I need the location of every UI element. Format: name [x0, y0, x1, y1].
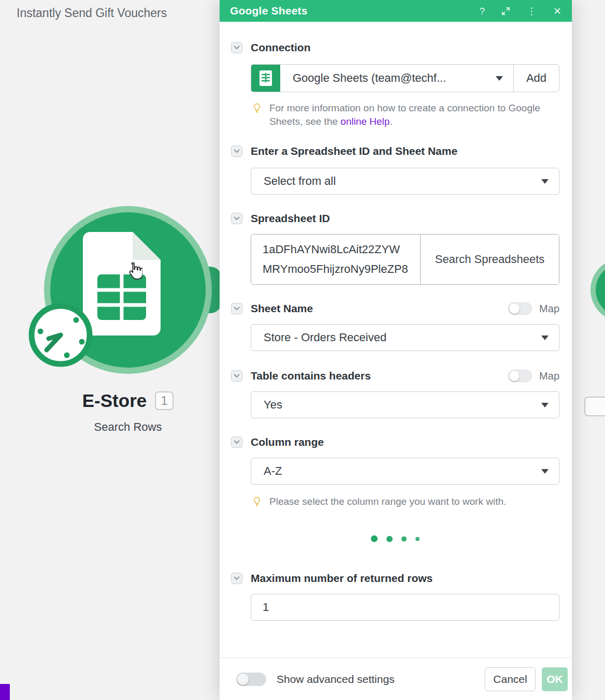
close-icon[interactable]: ✕ [553, 6, 561, 16]
connection-label: Connection [251, 41, 311, 54]
next-module-partial[interactable] [590, 258, 605, 322]
add-connection-button[interactable]: Add [513, 65, 559, 92]
panel-body: Connection Google Sheets (team@techf... … [220, 22, 572, 658]
table-headers-label: Table contains headers [251, 370, 371, 382]
advanced-settings-toggle[interactable] [236, 673, 266, 686]
sheet-name-map-toggle[interactable] [508, 302, 532, 315]
module-count-badge: 1 [155, 391, 174, 410]
column-range-hint-text: Please select the column range you want … [269, 495, 506, 511]
ok-button[interactable]: OK [542, 667, 568, 691]
panel-footer: Show advanced settings Cancel OK [220, 658, 572, 700]
loading-dot [371, 535, 378, 542]
spreadsheet-mode-selected-value: Select from all [264, 174, 336, 188]
scenario-title: Instantly Send Gift Vouchers [17, 6, 167, 20]
module-name: E-Store [82, 390, 147, 411]
table-headers-select[interactable]: Yes [251, 391, 559, 418]
chevron-down-icon [541, 179, 549, 184]
module-settings-panel: Google Sheets ? ⋮ ✕ Connection [220, 0, 572, 700]
module-caption: E-Store 1 [34, 390, 222, 411]
connection-group: Google Sheets (team@techf... Add [251, 64, 559, 92]
connection-selected-value: Google Sheets (team@techf... [293, 71, 446, 85]
max-rows-label: Maximum number of returned rows [251, 572, 433, 585]
max-rows-input[interactable] [251, 594, 559, 621]
map-label: Map [539, 370, 559, 382]
connection-hint-text: For more information on how to create a … [269, 101, 555, 128]
spreadsheet-id-label: Spreadsheet ID [251, 212, 330, 225]
sheet-name-select[interactable]: Store - Orders Received [251, 324, 559, 351]
search-spreadsheets-button[interactable]: Search Spreadsheets [420, 235, 559, 284]
spreadsheet-id-group: 1aDFhAYNwi8LcAit22ZYWMRYmoo5FhijzroNy9Pl… [251, 234, 559, 285]
chevron-down-icon [496, 76, 503, 81]
more-icon[interactable]: ⋮ [527, 6, 537, 16]
column-range-select[interactable]: A-Z [251, 458, 559, 485]
sheet-name-selected-value: Store - Orders Received [264, 331, 386, 344]
collapse-table-headers-icon[interactable] [231, 370, 242, 382]
hand-cursor-icon [126, 261, 142, 280]
loading-dot [401, 536, 407, 542]
online-help-link[interactable]: online Help [340, 116, 390, 127]
module-action-label: Search Rows [34, 420, 222, 434]
advanced-settings-label: Show advanced settings [277, 673, 395, 686]
spreadsheet-mode-select[interactable]: Select from all [251, 168, 559, 195]
loading-dot [386, 536, 393, 542]
expand-icon[interactable] [501, 7, 510, 16]
schedule-clock-icon[interactable] [26, 300, 95, 370]
table-headers-map-wrap: Map [508, 370, 559, 382]
toggle-knob [509, 371, 520, 381]
lightbulb-icon [252, 103, 262, 128]
sheet-name-map-wrap: Map [508, 302, 559, 315]
panel-header: Google Sheets ? ⋮ ✕ [220, 0, 572, 22]
collapse-connection-icon[interactable] [231, 42, 242, 53]
next-module-badge-partial [584, 397, 605, 416]
table-headers-selected-value: Yes [264, 398, 282, 412]
chevron-down-icon [541, 403, 549, 407]
table-headers-map-toggle[interactable] [508, 370, 532, 382]
collapse-max-rows-icon[interactable] [231, 573, 242, 584]
column-range-selected-value: A-Z [264, 464, 282, 478]
connection-select[interactable]: Google Sheets (team@techf... [280, 65, 513, 92]
collapse-spreadsheet-mode-icon[interactable] [231, 145, 242, 157]
lightbulb-icon [252, 497, 262, 511]
collapse-column-range-icon[interactable] [231, 436, 242, 448]
column-range-hint: Please select the column range you want … [252, 495, 555, 511]
map-label: Map [539, 303, 559, 315]
help-icon[interactable]: ? [480, 6, 485, 16]
loading-dot [415, 537, 420, 541]
toggle-knob [509, 303, 520, 314]
collapse-spreadsheet-id-icon[interactable] [231, 213, 242, 224]
sheet-name-label: Sheet Name [251, 302, 313, 315]
collapse-sheet-name-icon[interactable] [231, 303, 242, 314]
toggle-knob [237, 674, 249, 685]
spreadsheet-mode-label: Enter a Spreadsheet ID and Sheet Name [251, 145, 457, 157]
connection-hint: For more information on how to create a … [252, 101, 555, 128]
cancel-button[interactable]: Cancel [485, 667, 536, 691]
loading-dots [231, 535, 559, 542]
panel-title: Google Sheets [230, 5, 308, 17]
spreadsheet-id-input[interactable]: 1aDFhAYNwi8LcAit22ZYWMRYmoo5FhijzroNy9Pl… [251, 235, 420, 284]
next-module-circle [596, 264, 605, 316]
corner-accent [0, 684, 10, 700]
chevron-down-icon [541, 336, 549, 340]
chevron-down-icon [541, 469, 549, 474]
google-sheets-app-icon [251, 65, 280, 92]
column-range-label: Column range [251, 436, 324, 448]
panel-header-icons: ? ⋮ ✕ [480, 6, 562, 16]
